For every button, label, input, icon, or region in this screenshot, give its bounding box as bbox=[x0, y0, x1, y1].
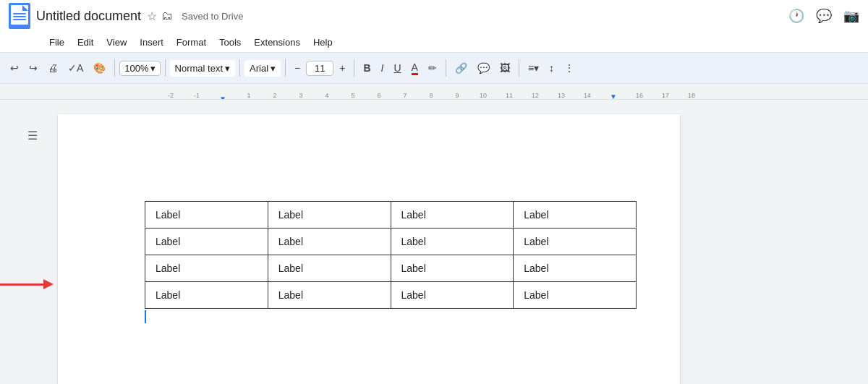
paint-format-button[interactable]: 🎨 bbox=[89, 59, 110, 77]
menu-help[interactable]: Help bbox=[307, 34, 339, 51]
more-options-button[interactable]: ⋮ bbox=[560, 59, 579, 77]
table-row: Label Label Label Label bbox=[145, 229, 637, 255]
doc-title[interactable]: Untitled document bbox=[36, 9, 141, 24]
chat-icon[interactable]: 💬 bbox=[816, 8, 832, 24]
table-cell[interactable]: Label bbox=[145, 202, 268, 229]
table-cell[interactable]: Label bbox=[268, 202, 391, 229]
zoom-value: 100% bbox=[124, 63, 148, 74]
insert-image-button[interactable]: 🖼 bbox=[495, 59, 514, 77]
divider-3 bbox=[239, 59, 240, 77]
saved-status: Saved to Drive bbox=[182, 11, 243, 22]
font-size-value[interactable]: 11 bbox=[310, 63, 330, 74]
table-cell[interactable]: Label bbox=[391, 202, 514, 229]
divider-5 bbox=[354, 59, 354, 77]
font-size-plus-button[interactable]: + bbox=[335, 59, 349, 77]
main-area: ☰ Label Label Label Label Label bbox=[0, 100, 868, 384]
table-cell[interactable]: Label bbox=[514, 255, 637, 282]
document-table[interactable]: Label Label Label Label Label Label Labe… bbox=[145, 201, 637, 309]
text-cursor bbox=[145, 310, 146, 323]
menu-bar: File Edit View Insert Format Tools Exten… bbox=[0, 32, 868, 52]
history-icon[interactable]: 🕐 bbox=[788, 8, 804, 24]
doc-canvas: Label Label Label Label Label Label Labe… bbox=[43, 100, 856, 384]
insert-comment-button[interactable]: 💬 bbox=[473, 59, 494, 77]
font-label: Arial bbox=[250, 63, 268, 74]
table-row: Label Label Label Label bbox=[145, 282, 637, 309]
spell-check-button[interactable]: ✓A bbox=[64, 59, 88, 77]
font-color-button[interactable]: A bbox=[407, 59, 422, 78]
table-cell[interactable]: Label bbox=[268, 229, 391, 255]
table-cell[interactable]: Label bbox=[391, 229, 514, 255]
table-cell[interactable]: Label bbox=[268, 282, 391, 309]
divider-7 bbox=[519, 59, 519, 77]
table-cell[interactable]: Label bbox=[514, 282, 637, 309]
menu-extensions[interactable]: Extensions bbox=[248, 34, 306, 51]
font-size-minus-button[interactable]: − bbox=[290, 59, 305, 77]
table-cell[interactable]: Label bbox=[391, 282, 514, 309]
font-arrow-icon: ▾ bbox=[271, 63, 276, 74]
table-cell[interactable]: Label bbox=[145, 255, 268, 282]
line-spacing-button[interactable]: ↕ bbox=[545, 59, 558, 77]
list-view-icon[interactable]: ☰ bbox=[27, 129, 38, 142]
table-cell[interactable]: Label bbox=[514, 202, 637, 229]
drive-icon[interactable]: 🗂 bbox=[161, 9, 173, 22]
table-cell[interactable]: Label bbox=[145, 229, 268, 255]
menu-view[interactable]: View bbox=[101, 34, 132, 51]
divider-1 bbox=[114, 59, 115, 77]
table-cell[interactable]: Label bbox=[268, 255, 391, 282]
video-icon[interactable]: 📷 bbox=[843, 8, 859, 24]
highlight-button[interactable]: ✏ bbox=[424, 59, 441, 77]
ruler-numbers: -2 -1 ▼ 1 2 3 4 5 6 7 8 9 10 11 12 13 14… bbox=[158, 92, 705, 99]
table-row: Label Label Label Label bbox=[145, 255, 637, 282]
style-dropdown[interactable]: Normal text ▾ bbox=[170, 60, 235, 77]
toolbar: ↩ ↪ 🖨 ✓A 🎨 100% ▾ Normal text ▾ Arial ▾ … bbox=[0, 52, 868, 84]
table-row: Label Label Label Label bbox=[145, 202, 637, 229]
table-cell[interactable]: Label bbox=[145, 282, 268, 309]
font-dropdown[interactable]: Arial ▾ bbox=[244, 60, 281, 77]
arrow-head bbox=[43, 279, 54, 289]
italic-button[interactable]: I bbox=[377, 59, 388, 77]
menu-tools[interactable]: Tools bbox=[213, 34, 247, 51]
style-label: Normal text bbox=[175, 63, 223, 74]
menu-insert[interactable]: Insert bbox=[134, 34, 169, 51]
underline-button[interactable]: U bbox=[389, 59, 405, 77]
table-cell[interactable]: Label bbox=[391, 255, 514, 282]
divider-2 bbox=[165, 59, 166, 77]
redo-button[interactable]: ↪ bbox=[25, 59, 42, 77]
zoom-arrow-icon: ▾ bbox=[150, 63, 156, 74]
font-size-box: 11 bbox=[306, 61, 333, 76]
menu-format[interactable]: Format bbox=[171, 34, 212, 51]
divider-4 bbox=[285, 59, 286, 77]
bold-button[interactable]: B bbox=[359, 59, 375, 77]
document-page[interactable]: Label Label Label Label Label Label Labe… bbox=[58, 114, 680, 384]
table-cell[interactable]: Label bbox=[514, 229, 637, 255]
menu-edit[interactable]: Edit bbox=[72, 34, 99, 51]
arrow-line bbox=[0, 283, 43, 286]
font-color-label: A bbox=[412, 61, 418, 75]
title-bar: Untitled document ☆ 🗂 Saved to Drive 🕐 💬… bbox=[0, 0, 868, 32]
link-button[interactable]: 🔗 bbox=[451, 59, 472, 77]
doc-icon bbox=[9, 3, 30, 29]
style-arrow-icon: ▾ bbox=[225, 63, 230, 74]
right-scrollbar[interactable] bbox=[856, 100, 868, 384]
undo-button[interactable]: ↩ bbox=[6, 59, 23, 77]
ruler: -2 -1 ▼ 1 2 3 4 5 6 7 8 9 10 11 12 13 14… bbox=[0, 84, 868, 100]
star-icon[interactable]: ☆ bbox=[147, 9, 157, 23]
red-arrow bbox=[0, 279, 54, 289]
divider-6 bbox=[446, 59, 446, 77]
zoom-dropdown[interactable]: 100% ▾ bbox=[119, 61, 160, 76]
left-margin-bar: ☰ bbox=[0, 100, 43, 384]
align-button[interactable]: ≡▾ bbox=[524, 59, 543, 77]
print-button[interactable]: 🖨 bbox=[43, 59, 62, 77]
menu-file[interactable]: File bbox=[43, 34, 70, 51]
